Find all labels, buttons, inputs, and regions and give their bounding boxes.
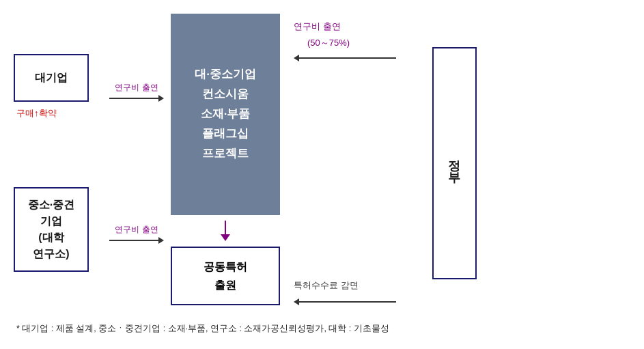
bottom-arrow-line (109, 240, 158, 241)
top-arrow-item: 연구비 출연 (109, 82, 164, 102)
right-bottom-arrow-line (299, 301, 396, 303)
top-arrow-head (158, 95, 164, 102)
bottom-arrow-head (158, 237, 164, 244)
top-arrow-label: 연구비 출연 (115, 82, 158, 94)
down-arrow-line (225, 221, 226, 234)
bottom-arrow-right (109, 237, 164, 244)
bottom-note: * 대기업 : 제품 설계, 중소ㆍ중견기업 : 소재·부품, 연구소 : 소재… (14, 322, 630, 335)
center-text: 대·중소기업 컨소시움 소재·부품 플래그십 프로젝트 (195, 65, 256, 163)
right-top-label: 연구비 출연 (294, 20, 341, 33)
government-label: 정부 (446, 151, 462, 176)
center-down-arrow (221, 221, 230, 241)
right-top-arrow-line (299, 57, 396, 59)
small-company-label-1: 중소·중견기업 (26, 197, 76, 229)
center-line5: 프로젝트 (195, 144, 256, 164)
right-column: 연구비 출연 (50～75%) 특허수수료 감면 (280, 14, 423, 312)
patent-line2: 출원 (214, 279, 236, 291)
right-top-arrow-head (294, 55, 299, 61)
large-company-label: 대기업 (35, 70, 68, 86)
center-line3: 소재·부품 (195, 104, 256, 124)
right-bottom-arrow-head (294, 298, 299, 305)
large-company-box: 대기업 (14, 54, 89, 102)
purchase-label: 구매↑확약 (14, 107, 57, 120)
patent-box: 공동특허 출원 (171, 247, 280, 305)
right-percent-label: (50～75%) (307, 37, 350, 49)
center-main-box: 대·중소기업 컨소시움 소재·부품 플래그십 프로젝트 (171, 14, 280, 215)
bottom-arrow-item: 연구비 출연 (109, 224, 164, 244)
left-bottom-section: 중소·중견기업 (대학 연구소) (14, 187, 102, 272)
arrow-column: 연구비 출연 연구비 출연 (102, 14, 171, 312)
right-top-section: 연구비 출연 (50～75%) (294, 20, 423, 61)
top-arrow-line (109, 98, 158, 99)
right-bottom-section: 특허수수료 감면 (294, 279, 423, 305)
center-column: 대·중소기업 컨소시움 소재·부품 플래그십 프로젝트 공동특허 출원 (171, 14, 280, 312)
center-line4: 플래그십 (195, 124, 256, 144)
left-top-section: 대기업 구매↑확약 (14, 54, 102, 120)
center-line1: 대·중소기업 (195, 65, 256, 85)
diagram-container: 대기업 구매↑확약 중소·중견기업 (대학 연구소) 연구비 출연 (0, 0, 644, 349)
main-area: 대기업 구매↑확약 중소·중견기업 (대학 연구소) 연구비 출연 (14, 14, 630, 312)
down-arrow-head (221, 234, 230, 241)
patent-line1: 공동특허 (204, 261, 247, 273)
government-column: 정부 (423, 14, 478, 312)
left-column: 대기업 구매↑확약 중소·중견기업 (대학 연구소) (14, 14, 102, 312)
right-top-arrow (294, 55, 396, 61)
center-line2: 컨소시움 (195, 85, 256, 104)
small-company-box: 중소·중견기업 (대학 연구소) (14, 187, 89, 272)
small-company-label-3: 연구소) (33, 246, 69, 262)
bottom-arrow-label: 연구비 출연 (115, 224, 158, 236)
government-box: 정부 (432, 47, 477, 279)
small-company-label-2: (대학 (38, 229, 64, 246)
note-text: * 대기업 : 제품 설계, 중소ㆍ중견기업 : 소재·부품, 연구소 : 소재… (16, 324, 389, 333)
right-bottom-arrow (294, 298, 396, 305)
right-bottom-label: 특허수수료 감면 (294, 279, 359, 292)
top-arrow-right (109, 95, 164, 102)
